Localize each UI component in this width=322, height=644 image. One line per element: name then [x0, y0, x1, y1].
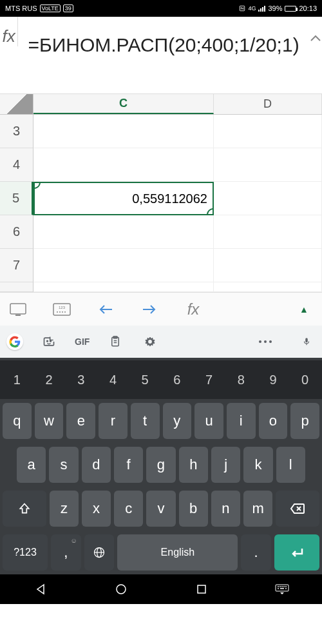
formula-bar: fx =БИНОМ.РАСП(20;400;1/20;1) [0, 17, 322, 94]
formula-input[interactable]: =БИНОМ.РАСП(20;400;1/20;1) [18, 17, 308, 93]
cell-c4[interactable] [33, 148, 214, 182]
row-header-7[interactable]: 7 [0, 249, 33, 282]
hide-keyboard-button[interactable] [275, 582, 289, 596]
row-header-3[interactable]: 3 [0, 115, 33, 148]
language-key[interactable] [84, 534, 115, 571]
enter-key[interactable] [274, 534, 319, 571]
key-4[interactable]: 4 [99, 364, 128, 395]
row-header-6[interactable]: 6 [0, 215, 33, 249]
home-button[interactable] [114, 582, 128, 596]
key-i[interactable]: i [227, 403, 256, 439]
square-icon [196, 584, 207, 594]
svg-point-29 [285, 589, 286, 589]
shift-key[interactable] [3, 491, 46, 527]
view-mode-button[interactable] [5, 297, 31, 322]
cell-d3[interactable] [214, 115, 322, 148]
period-key[interactable]: . [241, 534, 271, 571]
row-header-4[interactable]: 4 [0, 148, 33, 182]
row-header-8[interactable] [0, 282, 33, 292]
backspace-key[interactable] [276, 491, 319, 527]
key-s[interactable]: s [49, 447, 78, 483]
key-f[interactable]: f [114, 447, 143, 483]
cell-d4[interactable] [214, 148, 322, 182]
settings-button[interactable] [141, 335, 159, 348]
key-j[interactable]: j [211, 447, 240, 483]
collapse-formula-button[interactable] [309, 17, 322, 93]
more-options-button[interactable] [259, 340, 272, 343]
numpad-toggle-button[interactable]: 123 [49, 297, 75, 322]
col-header-d[interactable]: D [214, 94, 322, 114]
back-button[interactable] [33, 582, 48, 596]
recent-apps-button[interactable] [194, 582, 209, 596]
sticker-button[interactable] [40, 335, 58, 348]
expand-toolbar-button[interactable]: ▲ [291, 297, 317, 322]
key-c[interactable]: c [114, 491, 143, 527]
clipboard-icon [109, 335, 121, 348]
key-7[interactable]: 7 [194, 364, 223, 395]
key-m[interactable]: m [243, 491, 272, 527]
cell-c8[interactable] [33, 282, 214, 292]
space-key[interactable]: English [117, 534, 238, 571]
key-y[interactable]: y [163, 403, 192, 439]
undo-button[interactable] [93, 297, 118, 322]
key-z[interactable]: z [50, 491, 79, 527]
key-a[interactable]: a [17, 447, 46, 483]
key-r[interactable]: r [99, 403, 128, 439]
key-b[interactable]: b [179, 491, 208, 527]
google-search-button[interactable] [6, 333, 23, 350]
key-v[interactable]: v [146, 491, 175, 527]
key-l[interactable]: l [276, 447, 305, 483]
cell-d8[interactable] [214, 282, 322, 292]
key-g[interactable]: g [146, 447, 175, 483]
key-2[interactable]: 2 [35, 364, 64, 395]
cell-d6[interactable] [214, 215, 322, 249]
mic-button[interactable] [298, 335, 316, 348]
selection-handle-tl[interactable] [33, 182, 41, 189]
key-t[interactable]: t [131, 403, 160, 439]
key-k[interactable]: k [243, 447, 272, 483]
select-all-corner[interactable] [0, 94, 33, 114]
spreadsheet-grid[interactable]: C D 3 4 5 0,559112062 6 7 [0, 94, 322, 292]
key-w[interactable]: w [35, 403, 64, 439]
clipboard-button[interactable] [106, 335, 124, 348]
svg-point-8 [64, 311, 66, 313]
key-p[interactable]: p [290, 403, 319, 439]
key-8[interactable]: 8 [227, 364, 256, 395]
row-header-5[interactable]: 5 [0, 182, 33, 215]
key-x[interactable]: x [82, 491, 111, 527]
chevron-up-icon [310, 35, 321, 41]
key-n[interactable]: n [211, 491, 240, 527]
svg-point-7 [62, 311, 63, 313]
arrow-right-icon [142, 304, 157, 315]
comma-key[interactable]: ☺, [51, 534, 81, 571]
key-h[interactable]: h [179, 447, 208, 483]
key-e[interactable]: e [66, 403, 95, 439]
cell-d5[interactable] [214, 182, 322, 215]
key-6[interactable]: 6 [163, 364, 192, 395]
key-d[interactable]: d [82, 447, 111, 483]
gif-button[interactable]: GIF [75, 337, 90, 347]
key-q[interactable]: q [3, 403, 32, 439]
symbols-key[interactable]: ?123 [3, 534, 48, 571]
svg-point-10 [50, 340, 52, 342]
key-5[interactable]: 5 [131, 364, 160, 395]
key-o[interactable]: o [259, 403, 288, 439]
cell-c6[interactable] [33, 215, 214, 249]
selection-handle-br[interactable] [207, 208, 214, 215]
svg-point-24 [279, 587, 280, 587]
key-3[interactable]: 3 [66, 364, 95, 395]
svg-point-26 [283, 587, 284, 587]
key-0[interactable]: 0 [290, 364, 319, 395]
battery-percent: 39% [268, 5, 282, 12]
col-header-c[interactable]: C [33, 94, 214, 114]
cell-c5-selected[interactable]: 0,559112062 [33, 182, 214, 215]
cell-c3[interactable] [33, 115, 214, 148]
fx-button[interactable]: fx [180, 297, 206, 322]
cell-d7[interactable] [214, 249, 322, 282]
key-u[interactable]: u [194, 403, 223, 439]
key-9[interactable]: 9 [259, 364, 288, 395]
cell-c7[interactable] [33, 249, 214, 282]
redo-button[interactable] [137, 297, 162, 322]
key-1[interactable]: 1 [3, 364, 32, 395]
cell-value: 0,559112062 [132, 191, 207, 206]
